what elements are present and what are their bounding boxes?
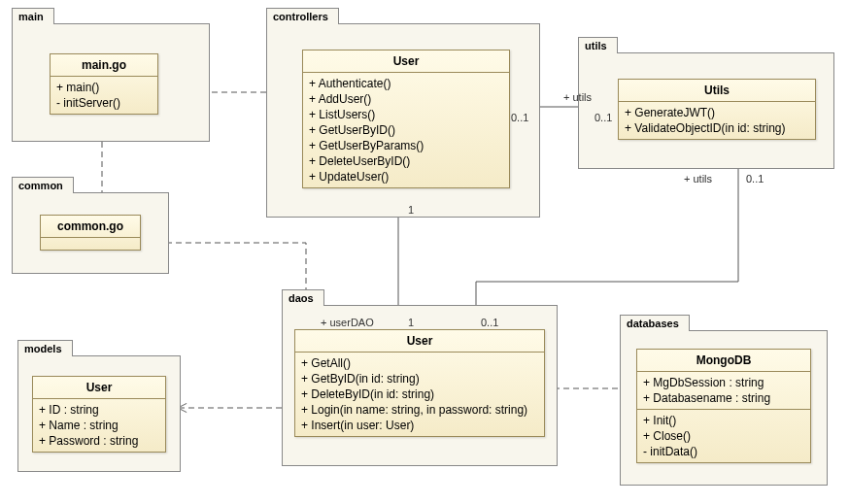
- class-ops: + GenerateJWT() + ValidateObjectID(in id…: [619, 102, 815, 139]
- class-attrs: + MgDbSession : string + Databasename : …: [637, 372, 810, 410]
- class-title: Utils: [619, 80, 815, 102]
- class-common-go: common.go: [40, 215, 141, 251]
- package-databases-label: databases: [620, 315, 690, 331]
- op: + Authenticate(): [309, 76, 503, 91]
- assoc-role-userdao: + userDAO: [321, 317, 374, 328]
- class-title: common.go: [41, 216, 140, 238]
- class-empty: [41, 238, 140, 250]
- class-ops: + GetAll() + GetByID(in id: string) + De…: [295, 353, 544, 436]
- assoc-mult: 1: [408, 204, 414, 216]
- op: + GetByID(in id: string): [301, 371, 538, 386]
- package-databases: databases MongoDB + MgDbSession : string…: [620, 330, 828, 486]
- op: + Init(): [643, 413, 804, 428]
- assoc-mult: 1: [408, 317, 414, 328]
- op: + DeleteByID(in id: string): [301, 386, 538, 402]
- attr: + Databasename : string: [643, 390, 804, 406]
- op: + GenerateJWT(): [625, 105, 809, 120]
- package-common-label: common: [12, 177, 74, 193]
- op: + GetUserByID(): [309, 122, 503, 138]
- class-attrs: + ID : string + Name : string + Password…: [33, 399, 165, 452]
- attr: + ID : string: [39, 402, 159, 418]
- class-main-go: main.go + main() - initServer(): [50, 53, 158, 115]
- package-daos-label: daos: [282, 289, 324, 306]
- op: + Login(in name: string, in password: st…: [301, 402, 538, 418]
- op: + GetAll(): [301, 355, 538, 371]
- assoc-role-utils: + utils: [684, 173, 712, 185]
- assoc-mult: 0..1: [746, 173, 764, 185]
- attr: + MgDbSession : string: [643, 375, 804, 390]
- class-mongodb: MongoDB + MgDbSession : string + Databas…: [636, 349, 811, 463]
- attr: + Password : string: [39, 433, 159, 449]
- class-utils: Utils + GenerateJWT() + ValidateObjectID…: [618, 79, 816, 140]
- class-controllers-user: User + Authenticate() + AddUser() + List…: [302, 50, 510, 188]
- op: + Insert(in user: User): [301, 418, 538, 433]
- op: - initServer(): [56, 95, 152, 111]
- op: + UpdateUser(): [309, 169, 503, 185]
- class-title: User: [295, 330, 544, 353]
- op: + ListUsers(): [309, 107, 503, 122]
- class-title: User: [33, 377, 165, 399]
- package-controllers-label: controllers: [266, 8, 339, 24]
- op: + main(): [56, 80, 152, 95]
- class-models-user: User + ID : string + Name : string + Pas…: [32, 376, 166, 453]
- assoc-mult: 0..1: [594, 112, 612, 123]
- assoc-mult: 0..1: [481, 317, 498, 328]
- assoc-mult: 0..1: [511, 112, 528, 123]
- op: + ValidateObjectID(in id: string): [625, 120, 809, 136]
- op: - initData(): [643, 444, 804, 459]
- op: + AddUser(): [309, 91, 503, 107]
- class-daos-user: User + GetAll() + GetByID(in id: string)…: [294, 329, 545, 437]
- package-utils: utils Utils + GenerateJWT() + ValidateOb…: [578, 52, 834, 169]
- attr: + Name : string: [39, 418, 159, 433]
- op: + Close(): [643, 428, 804, 444]
- package-main-label: main: [12, 8, 54, 24]
- class-title: User: [303, 50, 509, 73]
- op: + GetUserByParams(): [309, 138, 503, 153]
- class-title: MongoDB: [637, 350, 810, 372]
- package-daos: daos User + GetAll() + GetByID(in id: st…: [282, 305, 558, 466]
- package-common: common common.go: [12, 192, 169, 274]
- package-models-label: models: [17, 340, 73, 356]
- assoc-role-utils: + utils: [563, 91, 592, 103]
- class-ops: + Init() + Close() - initData(): [637, 410, 810, 462]
- package-main: main main.go + main() - initServer(): [12, 23, 210, 142]
- package-controllers: controllers User + Authenticate() + AddU…: [266, 23, 540, 218]
- op: + DeleteUserByID(): [309, 153, 503, 169]
- class-title: main.go: [51, 54, 157, 77]
- package-models: models User + ID : string + Name : strin…: [17, 355, 181, 472]
- class-ops: + Authenticate() + AddUser() + ListUsers…: [303, 73, 509, 187]
- class-ops: + main() - initServer(): [51, 77, 157, 114]
- package-utils-label: utils: [578, 37, 618, 53]
